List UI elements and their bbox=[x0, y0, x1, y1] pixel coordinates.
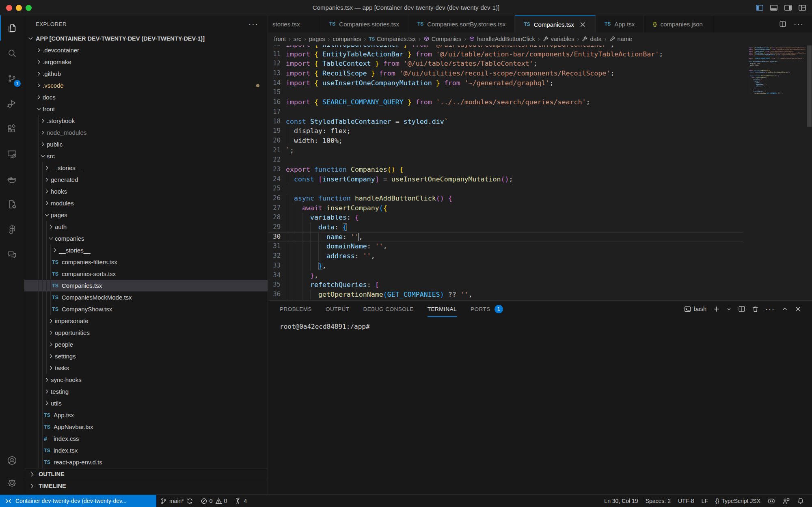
panel-tab-output[interactable]: OUTPUT bbox=[326, 301, 350, 317]
tree-item-App.tsx[interactable]: TSApp.tsx bbox=[24, 409, 268, 421]
tab-stories.tsx[interactable]: stories.tsx bbox=[268, 15, 320, 32]
code-line-32[interactable]: 32 address: '', bbox=[268, 251, 743, 261]
maximize-panel-icon[interactable] bbox=[782, 306, 788, 312]
more-actions-icon[interactable]: ··· bbox=[765, 305, 775, 313]
tree-item-public[interactable]: public bbox=[24, 138, 268, 150]
timeline-section[interactable]: TIMELINE bbox=[24, 480, 268, 492]
launch-profile-icon[interactable] bbox=[726, 306, 732, 312]
panel-tab-debug-console[interactable]: DEBUG CONSOLE bbox=[363, 301, 414, 317]
code-line-12[interactable]: 12import { TableContext } from '@/ui/tab… bbox=[268, 59, 743, 69]
code-editor[interactable]: 10import { WithTopBarContainer } from '@… bbox=[268, 45, 812, 300]
breadcrumb-item-Companies.tsx[interactable]: TSCompanies.tsx bbox=[369, 36, 416, 42]
tree-item-.ergomake[interactable]: .ergomake bbox=[24, 56, 268, 68]
activity-figma[interactable] bbox=[0, 217, 24, 242]
scrollbar-handle[interactable] bbox=[807, 45, 812, 127]
remote-indicator[interactable]: Container dev-twenty-dev (dev-twenty-dev… bbox=[0, 495, 156, 507]
tree-item-utils[interactable]: utils bbox=[24, 397, 268, 409]
close-icon[interactable] bbox=[579, 21, 586, 28]
code-line-15[interactable]: 15 bbox=[268, 88, 743, 97]
tree-item-testing[interactable]: testing bbox=[24, 386, 268, 397]
eol-item[interactable]: LF bbox=[698, 495, 712, 507]
tree-item-companies[interactable]: companies bbox=[24, 233, 268, 244]
activity-extensions[interactable] bbox=[0, 116, 24, 141]
git-branch-item[interactable]: main* bbox=[156, 495, 197, 507]
copilot-status-item[interactable] bbox=[764, 495, 779, 507]
cursor-position-item[interactable]: Ln 30, Col 19 bbox=[600, 495, 641, 507]
code-line-21[interactable]: 21`; bbox=[268, 146, 743, 155]
tree-item-companies-filters.tsx[interactable]: TScompanies-filters.tsx bbox=[24, 256, 268, 268]
code-line-22[interactable]: 22 bbox=[268, 155, 743, 165]
breadcrumb-item-variables[interactable]: variables bbox=[543, 36, 574, 42]
toggle-secondary-sidebar-icon[interactable] bbox=[784, 4, 792, 12]
code-line-35[interactable]: 35 refetchQueries: [ bbox=[268, 280, 743, 290]
tab-Companies.stories.tsx[interactable]: TSCompanies.stories.tsx bbox=[320, 15, 408, 32]
code-line-34[interactable]: 34 }, bbox=[268, 271, 743, 280]
code-line-13[interactable]: 13import { RecoilScope } from '@/ui/util… bbox=[268, 69, 743, 78]
tree-item-__stories__[interactable]: __stories__ bbox=[24, 162, 268, 174]
tree-item-.vscode[interactable]: .vscode bbox=[24, 80, 268, 91]
code-line-14[interactable]: 14import { useInsertOneCompanyMutation }… bbox=[268, 78, 743, 88]
breadcrumb-item-front[interactable]: front bbox=[274, 36, 286, 42]
tree-item-auth[interactable]: auth bbox=[24, 221, 268, 233]
code-line-17[interactable]: 17 bbox=[268, 107, 743, 117]
code-line-28[interactable]: 28 variables: { bbox=[268, 213, 743, 222]
tree-item-index.tsx[interactable]: TSindex.tsx bbox=[24, 444, 268, 456]
activity-source-control[interactable]: 1 bbox=[0, 66, 24, 91]
code-line-27[interactable]: 27 await insertCompany({ bbox=[268, 203, 743, 213]
split-terminal-icon[interactable] bbox=[738, 305, 745, 313]
tree-item-tasks[interactable]: tasks bbox=[24, 362, 268, 374]
tree-item-front[interactable]: front bbox=[24, 103, 268, 115]
editor-scrollbar[interactable] bbox=[806, 45, 812, 300]
code-line-31[interactable]: 31 domainName: '', bbox=[268, 242, 743, 251]
new-terminal-icon[interactable] bbox=[713, 306, 720, 313]
forwarded-ports-item[interactable]: 4 bbox=[231, 495, 251, 507]
activity-search[interactable] bbox=[0, 41, 24, 66]
tab-App.tsx[interactable]: TSApp.tsx bbox=[596, 15, 644, 32]
tree-item-AppNavbar.tsx[interactable]: TSAppNavbar.tsx bbox=[24, 421, 268, 433]
panel-tab-ports[interactable]: PORTS1 bbox=[471, 301, 503, 317]
customize-layout-icon[interactable] bbox=[798, 4, 806, 12]
activity-settings[interactable] bbox=[0, 472, 24, 494]
activity-run-debug[interactable] bbox=[0, 91, 24, 116]
tree-item-people[interactable]: people bbox=[24, 339, 268, 350]
explorer-more-actions-icon[interactable]: ··· bbox=[248, 19, 259, 28]
tree-item-.github[interactable]: .github bbox=[24, 68, 268, 80]
tree-item-__stories__[interactable]: __stories__ bbox=[24, 244, 268, 256]
tree-item-CompanyShow.tsx[interactable]: TSCompanyShow.tsx bbox=[24, 303, 268, 315]
split-editor-icon[interactable] bbox=[779, 20, 786, 28]
breadcrumb-item-Companies[interactable]: Companies bbox=[423, 36, 461, 42]
breadcrumb-item-handleAddButtonClick[interactable]: handleAddButtonClick bbox=[469, 36, 535, 42]
breadcrumb-item-data[interactable]: data bbox=[582, 36, 601, 42]
code-line-30[interactable]: 30 name: '', bbox=[268, 232, 743, 242]
tree-item-.storybook[interactable]: .storybook bbox=[24, 115, 268, 127]
minimap[interactable]: 10import { WithTopBarContainer } from '@… bbox=[749, 45, 806, 300]
code-line-33[interactable]: 33 }, bbox=[268, 261, 743, 271]
breadcrumb-item-pages[interactable]: pages bbox=[309, 36, 325, 42]
tree-item-companies-sorts.tsx[interactable]: TScompanies-sorts.tsx bbox=[24, 268, 268, 280]
tree-item-opportunities[interactable]: opportunities bbox=[24, 327, 268, 339]
tree-item-.devcontainer[interactable]: .devcontainer bbox=[24, 44, 268, 56]
panel-tab-problems[interactable]: PROBLEMS bbox=[280, 301, 312, 317]
tab-companies.json[interactable]: {}companies.json bbox=[644, 15, 712, 32]
breadcrumb-item-companies[interactable]: companies bbox=[333, 36, 361, 42]
activity-explorer[interactable] bbox=[0, 15, 24, 41]
code-line-25[interactable]: 25 bbox=[268, 184, 743, 194]
indentation-item[interactable]: Spaces: 2 bbox=[642, 495, 674, 507]
activity-dev-containers[interactable] bbox=[0, 192, 24, 217]
workspace-section-header[interactable]: APP [CONTAINER DEV-TWENTY-DEV (DEV-TWENT… bbox=[24, 32, 268, 44]
outline-section[interactable]: OUTLINE bbox=[24, 468, 268, 480]
code-line-10[interactable]: 10import { WithTopBarContainer } from '@… bbox=[268, 45, 743, 50]
tree-item-pages[interactable]: pages bbox=[24, 209, 268, 221]
panel-tab-terminal[interactable]: TERMINAL bbox=[428, 301, 457, 317]
code-line-18[interactable]: 18const StyledTableContainer = styled.di… bbox=[268, 117, 743, 127]
tree-item-index.css[interactable]: #index.css bbox=[24, 433, 268, 444]
breadcrumb-item-name[interactable]: name bbox=[609, 36, 632, 42]
activity-docker[interactable] bbox=[0, 166, 24, 192]
more-actions-icon[interactable]: ··· bbox=[794, 19, 804, 28]
terminal-prompt[interactable]: root@0a42ecd84891:/app# bbox=[280, 323, 370, 330]
code-line-24[interactable]: 24 const [insertCompany] = useInsertOneC… bbox=[268, 175, 743, 184]
close-panel-icon[interactable] bbox=[795, 306, 801, 313]
notifications-item[interactable] bbox=[793, 495, 808, 507]
tab-Companies.sortBy.stories.tsx[interactable]: TSCompanies.sortBy.stories.tsx bbox=[408, 15, 515, 32]
breadcrumb-item-src[interactable]: src bbox=[294, 36, 301, 42]
